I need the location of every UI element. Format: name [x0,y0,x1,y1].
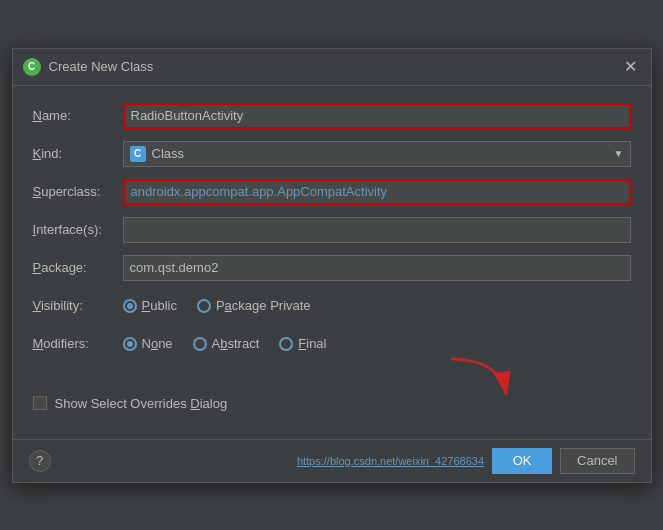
kind-badge: C [130,146,146,162]
superclass-input[interactable] [123,179,631,205]
footer-left: ? [29,450,51,472]
name-label: Name: [33,108,123,123]
visibility-public-radio[interactable] [123,299,137,313]
interfaces-label: Interface(s): [33,222,123,237]
override-area: Show Select Overrides Dialog [33,384,631,423]
modifier-final-option[interactable]: Final [279,336,326,351]
url-link[interactable]: https://blog.csdn.net/weixin_42768634 [297,455,484,467]
modifier-none-label: None [142,336,173,351]
modifier-abstract-label: Abstract [212,336,260,351]
interfaces-control [123,217,631,243]
visibility-package-option[interactable]: Package Private [197,298,311,313]
show-overrides-checkbox[interactable] [33,396,47,410]
close-button[interactable]: ✕ [620,57,641,77]
superclass-label: Superclass: [33,184,123,199]
show-overrides-label: Show Select Overrides Dialog [55,396,228,411]
name-row: Name: [33,102,631,130]
dialog-icon: C [23,58,41,76]
visibility-public-label: Public [142,298,177,313]
package-control [123,255,631,281]
separator [33,368,631,384]
kind-dropdown-arrow: ▼ [614,148,624,159]
name-input[interactable] [123,103,631,129]
package-row: Package: [33,254,631,282]
dialog-body: Name: Kind: C Class ▼ Superclass: [13,86,651,439]
superclass-row: Superclass: [33,178,631,206]
visibility-package-radio[interactable] [197,299,211,313]
modifier-none-option[interactable]: None [123,336,173,351]
modifier-abstract-radio[interactable] [193,337,207,351]
ok-button[interactable]: OK [492,448,552,474]
interfaces-input[interactable] [123,217,631,243]
modifiers-label: Modifiers: [33,336,123,351]
visibility-group: Public Package Private [123,298,631,313]
footer: ? https://blog.csdn.net/weixin_42768634 … [13,439,651,482]
show-overrides-row: Show Select Overrides Dialog [33,384,631,423]
modifier-abstract-option[interactable]: Abstract [193,336,260,351]
kind-value-text: Class [152,146,608,161]
kind-label: Kind: [33,146,123,161]
modifier-none-radio[interactable] [123,337,137,351]
footer-right: https://blog.csdn.net/weixin_42768634 OK… [297,448,635,474]
visibility-public-option[interactable]: Public [123,298,177,313]
interfaces-row: Interface(s): [33,216,631,244]
modifiers-row: Modifiers: None Abstract Final [33,330,631,358]
name-control [123,103,631,129]
modifier-final-label: Final [298,336,326,351]
visibility-row: Visibility: Public Package Private [33,292,631,320]
help-button[interactable]: ? [29,450,51,472]
modifier-final-radio[interactable] [279,337,293,351]
cancel-button[interactable]: Cancel [560,448,634,474]
visibility-package-label: Package Private [216,298,311,313]
package-input[interactable] [123,255,631,281]
title-bar: C Create New Class ✕ [13,49,651,86]
kind-row: Kind: C Class ▼ [33,140,631,168]
dialog-title: Create New Class [49,59,612,74]
kind-control[interactable]: C Class ▼ [123,141,631,167]
visibility-label: Visibility: [33,298,123,313]
superclass-control [123,179,631,205]
create-new-class-dialog: C Create New Class ✕ Name: Kind: C Class [12,48,652,483]
package-label: Package: [33,260,123,275]
modifiers-group: None Abstract Final [123,336,631,351]
